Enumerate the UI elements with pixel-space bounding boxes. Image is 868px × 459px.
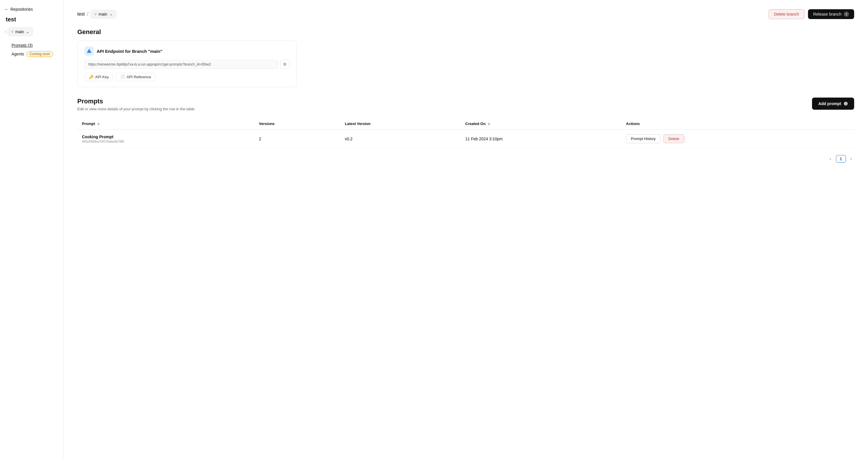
back-arrow-icon: ← — [5, 7, 9, 11]
branch-row: › ⑂ main ⌄ — [5, 27, 59, 36]
breadcrumb-separator: / — [87, 11, 88, 17]
prev-page-button[interactable]: ‹ — [828, 155, 834, 162]
agents-label: Agents — [11, 52, 24, 56]
delete-branch-button[interactable]: Delete branch — [769, 9, 805, 19]
copy-endpoint-button[interactable]: ⧉ — [280, 60, 289, 69]
branch-name: main — [15, 29, 24, 34]
versions-cell: 2 — [254, 130, 340, 148]
top-bar: test / ⑂ main ⌄ Delete branch Release br… — [78, 9, 854, 19]
col-latest-version: Latest Version — [340, 118, 461, 130]
add-prompt-icon: ⊕ — [843, 100, 848, 107]
api-reference-button[interactable]: 📄 API Reference — [116, 73, 156, 81]
breadcrumb-branch-icon: ⑂ — [94, 12, 97, 17]
sidebar-nav: Prompts (3) Agents Coming soon — [5, 42, 59, 58]
api-reference-icon: 📄 — [120, 75, 125, 79]
breadcrumb-branch-name: main — [98, 12, 107, 17]
prompt-history-button[interactable]: Prompt History — [626, 134, 660, 143]
sidebar-item-prompts[interactable]: Prompts (3) — [11, 42, 59, 49]
prompts-title: Prompts — [78, 98, 194, 105]
chevron-down-icon: ⌄ — [26, 30, 29, 34]
next-page-button[interactable]: › — [848, 155, 854, 162]
api-key-label: API Key — [95, 75, 109, 79]
breadcrumb-repo: test — [78, 11, 85, 17]
prompt-name: Cooking Prompt — [82, 134, 250, 139]
prompt-id: #65c8489ca74f715aba5b78f0 — [82, 140, 250, 143]
breadcrumb-branch-selector[interactable]: ⑂ main ⌄ — [91, 10, 116, 19]
repo-name: test — [5, 16, 59, 23]
row-actions: Prompt History Delete — [626, 134, 849, 143]
table-row[interactable]: Cooking Prompt #65c8489ca74f715aba5b78f0… — [78, 130, 854, 148]
api-key-icon: 🔑 — [89, 75, 93, 79]
api-card: API Endpoint for Branch "main" ⧉ 🔑 API K… — [78, 40, 297, 87]
add-prompt-button[interactable]: Add prompt ⊕ — [812, 98, 854, 110]
sidebar: ← Repositories test › ⑂ main ⌄ Prompts (… — [0, 0, 63, 459]
info-icon: i — [844, 11, 849, 17]
release-branch-button[interactable]: Release branch i — [808, 9, 854, 19]
top-bar-actions: Delete branch Release branch i — [769, 9, 854, 19]
table-header: Prompt ⇅ Versions Latest Version Created… — [78, 118, 854, 130]
col-versions: Versions — [254, 118, 340, 130]
api-reference-label: API Reference — [127, 75, 151, 79]
prompt-cell: Cooking Prompt #65c8489ca74f715aba5b78f0 — [78, 130, 254, 148]
table-body: Cooking Prompt #65c8489ca74f715aba5b78f0… — [78, 130, 854, 148]
branch-selector[interactable]: ⑂ main ⌄ — [7, 27, 33, 36]
api-endpoint-row: ⧉ — [85, 60, 289, 69]
prompts-subtitle: Edit or view more details of your prompt… — [78, 107, 194, 111]
add-prompt-label: Add prompt — [818, 101, 841, 106]
prompts-title-group: Prompts Edit or view more details of you… — [78, 98, 194, 111]
col-actions: Actions — [621, 118, 854, 130]
back-label: Repositories — [10, 7, 33, 11]
col-created-on[interactable]: Created On ⇅ — [461, 118, 622, 130]
breadcrumb-chevron-icon: ⌄ — [110, 12, 113, 16]
svg-marker-0 — [87, 49, 91, 53]
prompts-table: Prompt ⇅ Versions Latest Version Created… — [78, 118, 854, 148]
general-title: General — [78, 28, 854, 36]
sidebar-item-agents: Agents Coming soon — [11, 50, 59, 58]
main-content: test / ⑂ main ⌄ Delete branch Release br… — [63, 0, 868, 459]
release-branch-label: Release branch — [813, 12, 841, 17]
api-card-title: API Endpoint for Branch "main" — [97, 49, 162, 54]
created-on-cell: 11 Feb 2024 3:10pm — [461, 130, 622, 148]
sort-icon-prompt: ⇅ — [97, 122, 99, 126]
breadcrumb: test / ⑂ main ⌄ — [78, 10, 116, 19]
col-prompt[interactable]: Prompt ⇅ — [78, 118, 254, 130]
api-card-links: 🔑 API Key 📄 API Reference — [85, 73, 289, 81]
sort-icon-created: ⇅ — [488, 122, 490, 126]
prompts-section: Prompts Edit or view more details of you… — [78, 98, 854, 162]
pagination: ‹ 1 › — [78, 155, 854, 162]
actions-cell: Prompt History Delete — [621, 130, 854, 148]
general-section: General API Endpoint for Branch "main" ⧉ — [78, 28, 854, 87]
branch-expand-icon[interactable]: › — [5, 30, 6, 34]
branch-icon: ⑂ — [11, 29, 13, 34]
api-card-icon — [85, 47, 94, 56]
current-page[interactable]: 1 — [836, 155, 846, 162]
coming-soon-badge: Coming soon — [27, 51, 53, 57]
back-to-repositories[interactable]: ← Repositories — [5, 7, 59, 11]
copy-icon: ⧉ — [283, 62, 286, 66]
delete-prompt-button[interactable]: Delete — [663, 134, 684, 143]
latest-version-cell: v0.2 — [340, 130, 461, 148]
prompts-header: Prompts Edit or view more details of you… — [78, 98, 854, 111]
api-key-button[interactable]: 🔑 API Key — [85, 73, 113, 81]
api-card-header: API Endpoint for Branch "main" — [85, 47, 289, 56]
api-endpoint-input[interactable] — [85, 60, 278, 69]
